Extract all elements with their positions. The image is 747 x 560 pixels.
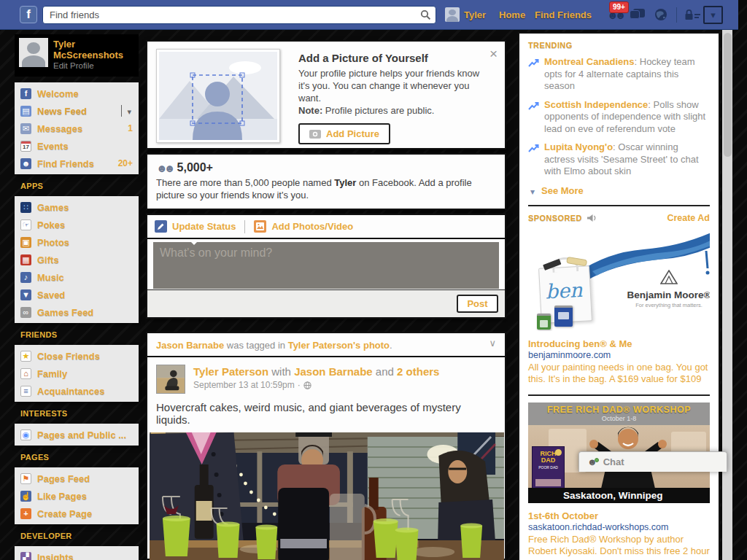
sidebar-friend-list-item[interactable]: ⌂ Family	[15, 365, 139, 382]
sidebar-app-item[interactable]: ♪ Music	[15, 268, 139, 286]
privacy-shortcuts-icon[interactable]	[684, 9, 702, 23]
others-link[interactable]: 2 others	[397, 365, 439, 378]
tab-update-status[interactable]: Update Status	[155, 220, 236, 233]
add-picture-body: Your profile picture helps your friends …	[298, 67, 480, 117]
author-link[interactable]: Tyler Paterson	[193, 365, 268, 378]
sidebar-nav-item[interactable]: ▤ News Feed	[15, 102, 139, 120]
search-input[interactable]	[43, 7, 436, 23]
photos-icon: ▣	[20, 237, 31, 248]
right-rail: TRENDING Montreal Canadiens: Hockey team…	[518, 32, 720, 560]
status-input[interactable]	[153, 242, 499, 289]
family-icon: ⌂	[20, 368, 31, 379]
sidebar-page-item[interactable]: ⚑ Pages Feed	[15, 470, 139, 487]
people-icon	[156, 162, 172, 174]
profile-name-link[interactable]: Tyler	[464, 9, 486, 20]
trending-item[interactable]: Montreal Canadiens: Hockey team opts for…	[528, 56, 710, 93]
chat-bar[interactable]: Chat	[578, 451, 727, 472]
messenger-icon[interactable]	[633, 9, 645, 18]
status-composer: Update Status Add Photos/Video Post	[146, 214, 506, 319]
ad-title[interactable]: 1st-6th October	[528, 510, 710, 521]
ad-title[interactable]: Introducing ben® & Me	[528, 338, 710, 349]
close-friends-icon: ★	[20, 351, 31, 362]
sidebar-friend-list-item[interactable]: ≡ Acquaintances	[15, 382, 139, 400]
sidebar-app-item[interactable]: ∞ Games Feed	[15, 303, 139, 321]
insights-icon: ▞	[20, 552, 31, 560]
tagged-person-link[interactable]: Jason Barnabe	[156, 340, 224, 351]
facebook-icon: f	[20, 88, 31, 99]
account-menu-button[interactable]	[703, 6, 723, 24]
events-icon: 17	[20, 141, 31, 152]
saved-icon: ▼	[20, 289, 31, 300]
privacy-globe-icon	[303, 381, 311, 389]
post-button[interactable]: Post	[457, 295, 498, 313]
sidebar-app-item[interactable]: ▣ Photos	[15, 233, 139, 251]
section-header-developer: DEVELOPER	[20, 532, 139, 540]
sidebar-app-item[interactable]: ☞ Pokes	[15, 216, 139, 233]
friend-link[interactable]: Jason Barnabe	[294, 365, 373, 378]
trending-list: Montreal Canadiens: Hockey team opts for…	[528, 56, 710, 178]
photo-icon	[254, 220, 266, 233]
sidebar-app-item[interactable]: ▼ Saved	[15, 286, 139, 303]
close-icon[interactable]: ×	[489, 46, 498, 62]
topbar-divider	[676, 7, 677, 23]
post-message: Hovercraft cakes, weird music, and giant…	[147, 397, 505, 432]
profile-name[interactable]: Tyler McScreenshots	[53, 39, 135, 61]
sidebar-interest-item[interactable]: ◉ Pages and Public ...	[15, 426, 139, 443]
profile-avatar[interactable]	[445, 7, 460, 22]
ad-description: Free Rich Dad® Workshop by author Robert…	[528, 534, 710, 560]
notifications-globe-icon[interactable]	[654, 8, 667, 24]
benjamin-moore-tagline: For everything that matters.	[617, 302, 710, 308]
create-ad-link[interactable]: Create Ad	[667, 213, 710, 223]
edit-profile-link[interactable]: Edit Profile	[53, 61, 135, 70]
tab-add-photos-video[interactable]: Add Photos/Video	[254, 220, 353, 233]
chat-label: Chat	[603, 456, 624, 467]
sidebar-developer-item[interactable]: ▞ Insights	[15, 548, 139, 560]
sidebar-nav-item[interactable]: ☻ Find Friends 20+	[15, 155, 139, 172]
messages-icon: ✉	[20, 123, 31, 134]
workshop-locations: Saskatoon, Winnipeg	[528, 488, 710, 503]
sidebar-app-item[interactable]: ▦ Gifts	[15, 251, 139, 268]
profile-card[interactable]: Tyler McScreenshots Edit Profile	[15, 34, 139, 77]
post-photo[interactable]	[150, 432, 504, 560]
author-avatar[interactable]	[156, 365, 185, 394]
trending-item[interactable]: Lupita Nyong'o: Oscar winning actress vi…	[528, 141, 710, 178]
facebook-page: f Tyler Home Find Friends 99+	[0, 0, 747, 560]
profile-avatar	[19, 38, 48, 67]
facebook-logo-icon[interactable]: f	[20, 6, 37, 23]
create-page-icon: +	[20, 508, 31, 519]
add-picture-button[interactable]: Add Picture	[298, 123, 390, 144]
sidebar-page-item[interactable]: + Create Page	[15, 505, 139, 522]
add-picture-card: Add a Picture of Yourself Your profile p…	[146, 40, 506, 149]
scrollbar-thumb[interactable]	[724, 33, 732, 157]
sidebar-nav-item[interactable]: 17 Events	[15, 137, 139, 155]
benjamin-moore-ad-image[interactable]: ben Benjamin Moore® For everything that …	[528, 229, 710, 331]
post-timestamp[interactable]: September 13 at 10:59pm	[193, 380, 295, 390]
find-friends-link[interactable]: Find Friends	[535, 9, 592, 20]
page-scrollbar[interactable]	[721, 30, 732, 560]
left-sidebar: Tyler McScreenshots Edit Profile f Welco…	[15, 34, 139, 560]
rich-dad-book-cover: RICH DAD POOR DAD	[532, 446, 565, 490]
sidebar-page-item[interactable]: ☝ Like Pages	[15, 487, 139, 505]
sidebar-nav-item[interactable]: ✉ Messages 1	[15, 120, 139, 137]
chevron-down-icon[interactable]	[121, 105, 133, 117]
developer-section: ▞ Insights	[15, 546, 139, 560]
home-link[interactable]: Home	[499, 9, 525, 20]
ad-domain[interactable]: saskatoon.richdad-workshops.com	[528, 522, 710, 532]
divider	[528, 205, 710, 206]
ad-domain[interactable]: benjaminmoore.com	[528, 350, 710, 360]
active-tab-notch	[190, 241, 198, 249]
photo-owner-link[interactable]: Tyler Paterson's photo	[288, 340, 390, 351]
post-menu-chevron-icon[interactable]	[489, 338, 496, 349]
sidebar-nav-item[interactable]: f Welcome	[15, 85, 139, 102]
trending-arrow-icon	[528, 144, 539, 153]
sponsored-label: SPONSORED	[528, 214, 582, 222]
trending-item[interactable]: Scottish Independence: Polls show oppone…	[528, 99, 710, 136]
sidebar-app-item[interactable]: ∷ Games	[15, 198, 139, 216]
benjamin-moore-brand: Benjamin Moore®	[617, 289, 710, 300]
top-navigation-bar: f Tyler Home Find Friends 99+	[0, 0, 738, 30]
search-icon[interactable]	[420, 9, 431, 23]
friend-requests-icon[interactable]: 99+	[607, 9, 623, 22]
add-picture-title: Add a Picture of Yourself	[298, 52, 480, 64]
sidebar-friend-list-item[interactable]: ★ Close Friends	[15, 347, 139, 365]
see-more-link[interactable]: See More	[530, 184, 710, 198]
